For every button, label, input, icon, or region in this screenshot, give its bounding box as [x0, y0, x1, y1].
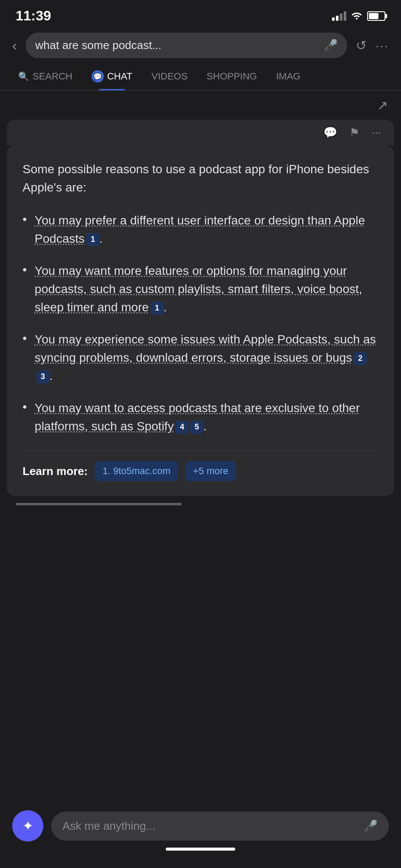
- status-time: 11:39: [16, 8, 51, 24]
- wifi-icon: [351, 10, 363, 22]
- bullet-text-3: You may experience some issues with Appl…: [35, 330, 378, 385]
- input-row: ✦ Ask me anything... 🎤: [12, 810, 389, 842]
- tab-images-label: IMAG: [276, 71, 300, 82]
- bullet-dot-2: •: [23, 263, 27, 277]
- back-button[interactable]: ‹: [12, 37, 17, 54]
- citation-badge-2[interactable]: 1: [151, 302, 164, 315]
- citation-badge-4a[interactable]: 4: [175, 421, 188, 434]
- mic-icon[interactable]: 🎤: [324, 39, 338, 52]
- bullet-list: • You may prefer a different user interf…: [23, 211, 378, 436]
- actions-more-icon[interactable]: ···: [371, 126, 381, 139]
- url-bar[interactable]: what are some podcast... 🎤: [26, 33, 347, 58]
- copilot-button[interactable]: ✦: [12, 810, 43, 842]
- status-bar: 11:39: [0, 0, 401, 28]
- citation-badge-3a[interactable]: 2: [354, 352, 367, 365]
- bullet-dot-4: •: [23, 400, 27, 414]
- tab-videos[interactable]: VIDEOS: [142, 63, 197, 90]
- intro-text: Some possible reasons to use a podcast a…: [23, 160, 378, 197]
- citation-badge-4b[interactable]: 5: [190, 421, 203, 434]
- bottom-area: ✦ Ask me anything... 🎤: [0, 802, 401, 868]
- share-button[interactable]: ↗: [377, 98, 388, 113]
- tab-chat[interactable]: 💬 CHAT: [82, 63, 142, 90]
- chat-input[interactable]: Ask me anything... 🎤: [51, 812, 389, 841]
- bullet-text-2: You may want more features or options fo…: [35, 262, 378, 317]
- chat-icon: 💬: [92, 70, 104, 83]
- bullet-item-3: • You may experience some issues with Ap…: [23, 330, 378, 385]
- bullet-item-2: • You may want more features or options …: [23, 262, 378, 317]
- bullet-dot-3: •: [23, 331, 27, 345]
- tab-shopping[interactable]: SHOPPING: [197, 63, 266, 90]
- citation-badge-3b[interactable]: 3: [36, 370, 49, 383]
- tab-search[interactable]: 🔍 SEARCH: [9, 63, 82, 90]
- chat-content: Some possible reasons to use a podcast a…: [7, 145, 394, 496]
- bullet-item-4: • You may want to access podcasts that a…: [23, 399, 378, 436]
- url-text: what are some podcast...: [35, 39, 319, 52]
- scroll-indicator[interactable]: [16, 503, 182, 505]
- status-icons: [332, 10, 385, 22]
- source-1-button[interactable]: 1. 9to5mac.com: [95, 461, 178, 481]
- browser-bar: ‹ what are some podcast... 🎤 ↺ ···: [0, 28, 401, 63]
- input-mic-icon[interactable]: 🎤: [364, 819, 378, 833]
- battery-icon: [367, 11, 385, 21]
- share-bar: ↗: [0, 91, 401, 120]
- scroll-bar-container: [0, 496, 401, 512]
- bullet-text-1: You may prefer a different user interfac…: [35, 211, 378, 248]
- learn-more-label: Learn more:: [23, 465, 88, 478]
- nav-tabs: 🔍 SEARCH 💬 CHAT VIDEOS SHOPPING IMAG: [0, 63, 401, 91]
- flag-icon[interactable]: ⚑: [349, 126, 359, 139]
- bullet-item-1: • You may prefer a different user interf…: [23, 211, 378, 248]
- home-indicator: [166, 848, 235, 851]
- copilot-icon: ✦: [22, 818, 34, 834]
- citation-badge-1[interactable]: 1: [86, 233, 99, 246]
- action-bar: 💬 ⚑ ···: [7, 120, 394, 145]
- comment-icon[interactable]: 💬: [323, 126, 337, 139]
- refresh-button[interactable]: ↺: [356, 38, 367, 53]
- tab-search-label: SEARCH: [33, 71, 72, 82]
- bullet-text-4: You may want to access podcasts that are…: [35, 399, 378, 436]
- tab-shopping-label: SHOPPING: [207, 71, 257, 82]
- tab-chat-label: CHAT: [107, 71, 132, 82]
- search-icon: 🔍: [18, 71, 29, 82]
- more-button[interactable]: ···: [375, 38, 389, 53]
- learn-more-section: Learn more: 1. 9to5mac.com +5 more: [23, 450, 378, 481]
- bullet-dot-1: •: [23, 212, 27, 226]
- tab-videos-label: VIDEOS: [151, 71, 187, 82]
- signal-icon: [332, 11, 346, 21]
- more-sources-button[interactable]: +5 more: [185, 461, 236, 481]
- tab-images[interactable]: IMAG: [266, 63, 310, 90]
- input-placeholder: Ask me anything...: [62, 819, 358, 833]
